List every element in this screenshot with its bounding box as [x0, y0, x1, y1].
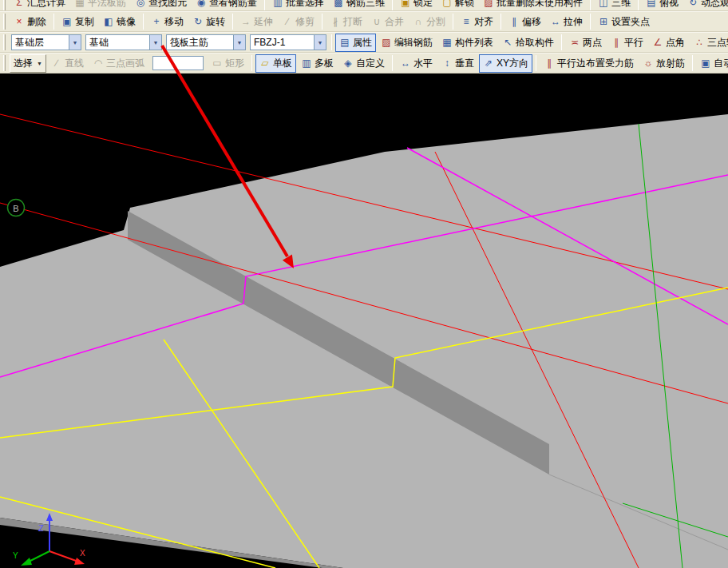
lock-button[interactable]: ▣锁定: [396, 0, 437, 11]
copy-button[interactable]: ▣复制: [57, 13, 98, 31]
batch-select-button[interactable]: ▥批量选择: [268, 0, 328, 11]
rebar-3d-icon: ▩: [333, 0, 344, 8]
properties-button[interactable]: ▤属性: [335, 34, 376, 52]
radial-icon: ☼: [643, 58, 654, 69]
three-point-arc-button-label: 三点画弧: [106, 57, 144, 70]
unlock-button[interactable]: ▢解锁: [437, 0, 478, 11]
toolbar-separator: [143, 14, 144, 30]
toolbar-drag-handle[interactable]: [3, 55, 6, 71]
rotate-button[interactable]: ↻旋转: [188, 13, 229, 31]
offset-button[interactable]: ∥偏移: [504, 13, 545, 31]
parallel-edge-icon: ∥: [544, 58, 555, 69]
parallel-axis-button-label: 平行: [624, 36, 643, 50]
extend-button-label: 延伸: [254, 15, 273, 29]
mirror-button-label: 镜像: [117, 15, 136, 29]
extend-button[interactable]: →延伸: [236, 13, 277, 31]
merge-button[interactable]: ∪合并: [367, 13, 408, 31]
top-view-button[interactable]: ▤俯视: [642, 0, 682, 11]
multi-slab-button[interactable]: ▥多板: [297, 54, 338, 73]
category-combo-value: 基础: [86, 36, 149, 50]
parallel-axis-button[interactable]: ∥平行: [607, 34, 647, 52]
point-angle-axis-button[interactable]: ∠点角: [648, 34, 689, 52]
arc-icon: ◠: [93, 58, 104, 69]
batch-delete-unused-button-label: 批量删除未使用构件: [497, 0, 583, 10]
element-name-combo[interactable]: FBZJ-1▼: [250, 34, 326, 50]
edit-rebar-button[interactable]: ▨编辑钢筋: [377, 34, 437, 52]
toolbar-edit: ×删除▣复制◧镜像+移动↻旋转→延伸∕修剪∦打断∪合并∩分割≡对齐∥偏移↔拉伸⊞…: [0, 11, 728, 32]
move-button[interactable]: +移动: [147, 13, 188, 31]
floor-combo[interactable]: 基础层▼: [11, 34, 81, 50]
stretch-button[interactable]: ↔拉伸: [546, 13, 587, 31]
toolbar-separator: [590, 14, 591, 30]
xy-direction-button[interactable]: ⇗XY方向: [479, 54, 532, 73]
dropdown-arrow-icon[interactable]: ▼: [149, 35, 161, 50]
custom-button[interactable]: ◈自定义: [338, 54, 389, 73]
split-button[interactable]: ∩分割: [409, 13, 449, 31]
toolbar-separator: [331, 34, 332, 50]
orbit-button[interactable]: ↻动态观察: [683, 0, 728, 11]
pick-component-icon: ↖: [502, 37, 513, 48]
rebar-3d-button-label: 钢筋三维: [346, 0, 385, 10]
align-button[interactable]: ≡对齐: [457, 13, 497, 31]
axis-bubble[interactable]: B: [8, 200, 25, 216]
vertical-button[interactable]: ↕垂直: [437, 54, 478, 73]
viewport-3d[interactable]: B Z X Y: [0, 73, 728, 568]
three-point-aux-axis-button[interactable]: ∴三点辅轴: [690, 34, 728, 52]
rotate-button-label: 旋转: [206, 15, 225, 29]
point-angle-axis-button-label: 点角: [666, 36, 685, 50]
horizontal-button[interactable]: ↔水平: [396, 54, 437, 73]
set-grips-button[interactable]: ⊞设置夹点: [594, 13, 654, 31]
stretch-icon: ↔: [550, 16, 561, 27]
break-icon: ∦: [330, 16, 341, 27]
rect-button[interactable]: ▭矩形: [208, 54, 248, 73]
component-list-button-label: 构件列表: [455, 36, 493, 50]
multi-slab-icon: ▥: [301, 58, 312, 69]
parallel-edge-rebar-button[interactable]: ∥平行边布置受力筋: [540, 54, 638, 73]
select-button[interactable]: 选择▼: [10, 54, 46, 73]
pingfa-banjin-button[interactable]: ▦平法板筋: [70, 0, 130, 11]
toolbar-separator: [638, 0, 639, 11]
toolbar-draw: 选择▼∕直线◠三点画弧▭矩形▱单板▥多板◈自定义↔水平↕垂直⇗XY方向∥平行边布…: [0, 53, 728, 73]
batch-delete-unused-button[interactable]: ▨批量删除未使用构件: [479, 0, 587, 11]
break-button[interactable]: ∦打断: [326, 13, 366, 31]
three-point-arc-button[interactable]: ◠三点画弧: [89, 54, 148, 73]
offset-button-label: 偏移: [522, 15, 541, 29]
toolbar-separator: [392, 55, 393, 71]
toolbar-drag-handle[interactable]: [3, 34, 6, 50]
toolbar-drag-handle[interactable]: [3, 0, 6, 11]
summary-calc-button[interactable]: Σ汇总计算: [10, 0, 69, 11]
lock-button-label: 锁定: [413, 0, 433, 10]
horizontal-icon: ↔: [400, 58, 411, 69]
value-input[interactable]: [152, 56, 204, 70]
pick-component-button[interactable]: ↖拾取构件: [498, 34, 558, 52]
component-list-button[interactable]: ▦构件列表: [437, 34, 497, 52]
rotate-icon: ↻: [192, 16, 204, 27]
pingfa-banjin-button-label: 平法板筋: [88, 0, 126, 10]
toolbar-drag-handle[interactable]: [3, 14, 6, 30]
toolbar-separator: [561, 34, 562, 50]
delete-button[interactable]: ×删除: [10, 13, 50, 31]
two-point-axis-button-label: 两点: [583, 36, 602, 50]
view-3d-button[interactable]: ◫三维: [594, 0, 635, 11]
auto-button[interactable]: ▣自动: [696, 54, 728, 73]
single-slab-button[interactable]: ▱单板: [255, 54, 296, 73]
dropdown-arrow-icon[interactable]: ▼: [69, 35, 81, 50]
rebar-3d-button[interactable]: ▩钢筋三维: [329, 0, 389, 11]
find-element-button[interactable]: ◎查找图元: [131, 0, 191, 11]
dropdown-arrow-icon[interactable]: ▼: [314, 35, 326, 50]
category-combo[interactable]: 基础▼: [85, 34, 162, 50]
merge-button-label: 合并: [385, 15, 404, 29]
view-rebar-qty-button[interactable]: ◉查看钢筋量: [192, 0, 261, 11]
two-point-axis-button[interactable]: ≍两点: [565, 34, 606, 52]
line-button[interactable]: ∕直线: [47, 54, 88, 73]
parallel-axis-icon: ∥: [611, 37, 622, 48]
dropdown-arrow-icon[interactable]: ▼: [233, 35, 245, 50]
toolbar-element: 基础层▼基础▼筏板主筋▼FBZJ-1▼▤属性▨编辑钢筋▦构件列表↖拾取构件≍两点…: [0, 32, 728, 53]
radial-rebar-button[interactable]: ☼放射筋: [639, 54, 689, 73]
toolbar-separator: [251, 55, 252, 71]
trim-button[interactable]: ∕修剪: [278, 13, 318, 31]
mirror-button[interactable]: ◧镜像: [99, 13, 140, 31]
toolbar-separator: [232, 14, 233, 30]
rect-icon: ▭: [212, 58, 223, 69]
element-type-combo[interactable]: 筏板主筋▼: [166, 34, 246, 50]
